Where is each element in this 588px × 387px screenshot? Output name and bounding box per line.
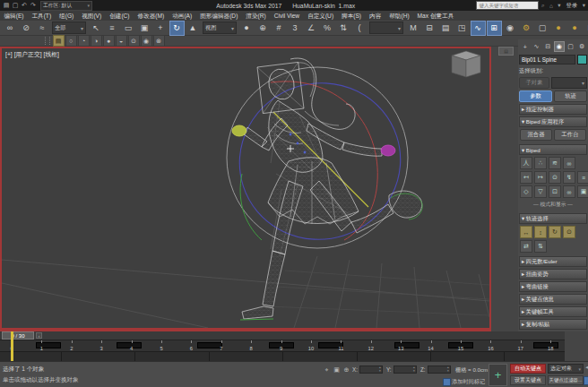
select-and-scale-icon[interactable]: ▲	[186, 21, 201, 36]
x-coord-field[interactable]: ▴▾	[359, 366, 383, 374]
render-iterative-icon[interactable]: ●	[567, 21, 583, 36]
edit-named-selection-sets-icon[interactable]: (	[352, 21, 368, 36]
track-selection-extra-icon-1[interactable]: ⇅	[534, 240, 547, 253]
menu-item-0[interactable]: 编辑(E)	[0, 11, 28, 21]
playback-prev-icon[interactable]: ◄	[584, 365, 588, 370]
track-bar-lower[interactable]	[0, 351, 565, 361]
time-slider-step-button[interactable]: ‹	[36, 332, 42, 339]
select-and-manipulate-icon[interactable]: ⊕	[255, 21, 271, 36]
biped-mode-icon-2-2[interactable]: ⊡	[549, 185, 561, 198]
key-filters-button[interactable]: 关键点过滤器...	[548, 375, 584, 385]
viewport[interactable]: [+] [用户正交] [线框]	[0, 47, 491, 331]
snaps-toggle-icon[interactable]: 3	[288, 21, 303, 36]
quick-access-icon-3[interactable]: ↷	[29, 1, 38, 10]
toolbar-grip[interactable]	[45, 37, 50, 45]
y-coord-field[interactable]: ▴▾	[393, 366, 417, 374]
track-selection-icon-3[interactable]: ⊙	[563, 226, 575, 238]
tab-motion[interactable]: ◉	[554, 41, 565, 52]
z-coord-field[interactable]: ▴▾	[428, 366, 451, 374]
rollout-header-9[interactable]: ▸ 复制/粘贴	[519, 319, 587, 330]
layer-tool-icon[interactable]: ▤	[53, 35, 65, 47]
material-editor-icon[interactable]: ◉	[503, 21, 518, 36]
window-crossing-icon[interactable]: ▣	[137, 21, 152, 36]
menu-item-3[interactable]: 视图(V)	[78, 11, 106, 21]
tool-4-icon[interactable]: ●	[103, 35, 115, 47]
use-pivot-point-center-icon[interactable]: ●	[239, 21, 255, 36]
time-slider-track[interactable]: 0 / 30 ‹	[0, 331, 565, 340]
angle-snap-icon[interactable]: ∠	[304, 21, 319, 36]
spinner-snap-icon[interactable]: ⇅	[336, 21, 351, 36]
mirror-icon[interactable]: M	[406, 21, 421, 36]
status-toggle-icon-2[interactable]: ⊕	[342, 366, 350, 374]
status-toggle-icon-0[interactable]: ⌖	[323, 366, 331, 374]
biped-mode-icon-1-3[interactable]: ↯	[563, 171, 575, 184]
menu-item-2[interactable]: 组(G)	[56, 11, 78, 21]
keyboard-shortcut-override-icon[interactable]: #	[272, 21, 287, 36]
tool-2-icon[interactable]: ◔	[78, 35, 90, 47]
menu-item-5[interactable]: 修改器(M)	[134, 11, 169, 21]
sign-in-button[interactable]: 登录	[566, 2, 577, 10]
biped-mode-icon-0-3[interactable]: ∞	[563, 157, 575, 169]
sub-object-dropdown[interactable]: ▾	[551, 77, 587, 89]
menu-item-13[interactable]: 帮助(H)	[385, 11, 413, 21]
panel-collapse-button[interactable]: ▤	[498, 47, 514, 56]
tool-3-icon[interactable]: ◑	[91, 35, 102, 47]
mixer-button[interactable]: 混合器	[520, 129, 552, 141]
biped-mode-icon-1-1[interactable]: ↦	[534, 171, 547, 184]
select-and-link-icon[interactable]: ∞	[3, 21, 18, 36]
status-toggle-icon-1[interactable]: ▣	[333, 366, 341, 374]
menu-item-12[interactable]: 内容	[366, 11, 385, 21]
rollout-header-4[interactable]: ▸ 四元数/Euler	[519, 256, 587, 267]
render-setup-icon[interactable]: ⚙	[519, 21, 534, 36]
select-and-move-icon[interactable]: +	[153, 21, 169, 36]
biped-mode-icon-2-3[interactable]: ∞	[563, 185, 575, 198]
align-icon[interactable]: ⊟	[422, 21, 437, 36]
track-selection-extra-icon-0[interactable]: ⇄	[520, 240, 532, 253]
named-selection-sets-dropdown[interactable]: ▾	[369, 22, 403, 34]
set-keys-button[interactable]: +	[489, 364, 507, 386]
rollout-header-0[interactable]: ▸ 指定控制器	[519, 104, 587, 115]
tool-1-icon[interactable]: ○	[65, 35, 77, 47]
biped-mode-icon-0-0[interactable]: 人	[520, 157, 532, 169]
search-input[interactable]	[476, 1, 539, 10]
tool-5-icon[interactable]: ◒	[116, 35, 127, 47]
biped-mode-icon-0-2[interactable]: ≋	[549, 157, 561, 169]
menu-item-11[interactable]: 脚本(S)	[338, 11, 366, 21]
keyframe-marker-2[interactable]	[197, 342, 222, 348]
biped-mode-icon-2-4[interactable]: ▣	[577, 185, 588, 198]
rectangular-selection-region-icon[interactable]: ▭	[121, 21, 136, 36]
object-name-field[interactable]: Bip01 L Spine	[519, 55, 575, 64]
tool-8-icon[interactable]: ⊗	[153, 35, 165, 47]
tab-hierarchy[interactable]: ⊟	[542, 41, 553, 52]
track-selection-icon-2[interactable]: ↻	[549, 226, 561, 238]
rollout-header-7[interactable]: ▸ 关键点信息	[519, 294, 587, 305]
quick-access-icon-0[interactable]: ▤	[2, 1, 11, 10]
rollout-header-1[interactable]: ▾ Biped 应用程序	[519, 116, 587, 127]
biped-mode-icon-2-0[interactable]: ◇	[520, 185, 532, 198]
auto-key-button[interactable]: 自动关键点	[510, 364, 546, 374]
menu-item-10[interactable]: 自定义(U)	[304, 11, 338, 21]
menu-item-9[interactable]: Civil View	[270, 11, 303, 21]
tool-7-icon[interactable]: ◉	[141, 35, 152, 47]
menu-item-8[interactable]: 渲染(R)	[242, 11, 270, 21]
tab-display[interactable]: ▢	[566, 41, 576, 52]
biped-mode-icon-1-0[interactable]: ↤	[520, 171, 532, 184]
menu-item-14[interactable]: Max 创意工具	[413, 11, 458, 21]
rendered-frame-window-icon[interactable]: ▢	[535, 21, 550, 36]
biped-mode-icon-0-1[interactable]: ∴	[534, 157, 547, 169]
rollout-header-6[interactable]: ▸ 弯曲链接	[519, 281, 587, 292]
biped-mode-icon-1-2[interactable]: ⊙	[549, 171, 561, 184]
keyframe-marker-7[interactable]	[533, 342, 558, 348]
tab-create[interactable]: +	[520, 41, 531, 52]
quick-access-icon-2[interactable]: ↶	[20, 1, 29, 10]
curve-editor-icon[interactable]: ∿	[471, 21, 486, 36]
rollout-header-3[interactable]: ▾ 轨迹选择	[519, 213, 587, 224]
select-by-name-icon[interactable]: ≡	[105, 21, 120, 36]
biped-mode-icon-1-4[interactable]: ≡	[577, 171, 588, 184]
title-right-icon-0[interactable]: ⌕	[539, 2, 547, 9]
object-color-swatch[interactable]	[577, 55, 587, 64]
selection-filter-dropdown[interactable]: 全部▾	[52, 22, 86, 34]
ribbon-toggle-icon[interactable]: ◳	[454, 21, 470, 36]
biped-mode-icon-2-1[interactable]: ▽	[534, 185, 547, 198]
viewport-nav-icon[interactable]	[584, 376, 588, 385]
